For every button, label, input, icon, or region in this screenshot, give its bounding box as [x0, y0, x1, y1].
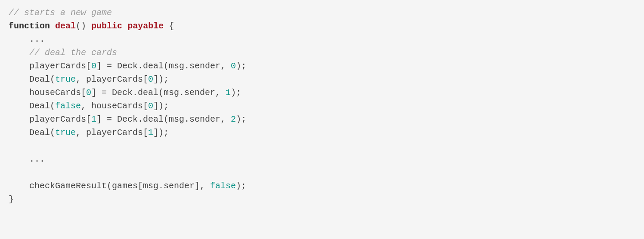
keyword-function: function [9, 21, 50, 31]
literal: true [55, 74, 76, 84]
code-token: , houseCards[ [81, 101, 148, 111]
code-token: ... [9, 154, 45, 164]
code-token: ); [236, 61, 246, 71]
literal: false [210, 181, 236, 191]
function-name: deal [55, 21, 76, 31]
modifier-public: public [91, 21, 122, 31]
literal: true [55, 128, 76, 138]
literal: 1 [226, 88, 231, 98]
literal: 0 [148, 101, 153, 111]
code-token: , playerCards[ [76, 128, 148, 138]
code-comment: // deal the cards [9, 48, 117, 58]
literal: 1 [91, 114, 96, 124]
literal: 0 [231, 61, 236, 71]
code-token: , playerCards[ [76, 74, 148, 84]
code-token: ]); [153, 128, 169, 138]
code-token: playerCards[ [9, 61, 91, 71]
literal: 1 [148, 128, 153, 138]
code-token: houseCards[ [9, 88, 86, 98]
literal: false [55, 101, 81, 111]
code-token: Deal( [9, 74, 55, 84]
code-token: ] = Deck.deal(msg.sender, [96, 114, 231, 124]
code-comment: // starts a new game [9, 8, 112, 18]
literal: 0 [148, 74, 153, 84]
modifier-payable: payable [127, 21, 164, 31]
code-token: Deal( [9, 128, 55, 138]
code-token: ); [236, 181, 246, 191]
code-token: { [169, 21, 174, 31]
code-block: // starts a new game function deal() pub… [9, 6, 635, 206]
literal: 0 [91, 61, 96, 71]
code-token: ); [236, 114, 246, 124]
code-token: ]); [153, 101, 169, 111]
code-token: ] = Deck.deal(msg.sender, [96, 61, 231, 71]
code-token: ( [76, 21, 81, 31]
code-token: ) [81, 21, 86, 31]
code-token: ... [9, 34, 45, 44]
code-token: } [9, 194, 14, 204]
literal: 0 [86, 88, 91, 98]
code-token: ]); [153, 74, 169, 84]
code-token: playerCards[ [9, 114, 91, 124]
code-token: checkGameResult(games[msg.sender], [9, 181, 210, 191]
literal: 2 [231, 114, 236, 124]
code-token: ); [231, 88, 241, 98]
code-token: Deal( [9, 101, 55, 111]
code-token: ] = Deck.deal(msg.sender, [91, 88, 226, 98]
